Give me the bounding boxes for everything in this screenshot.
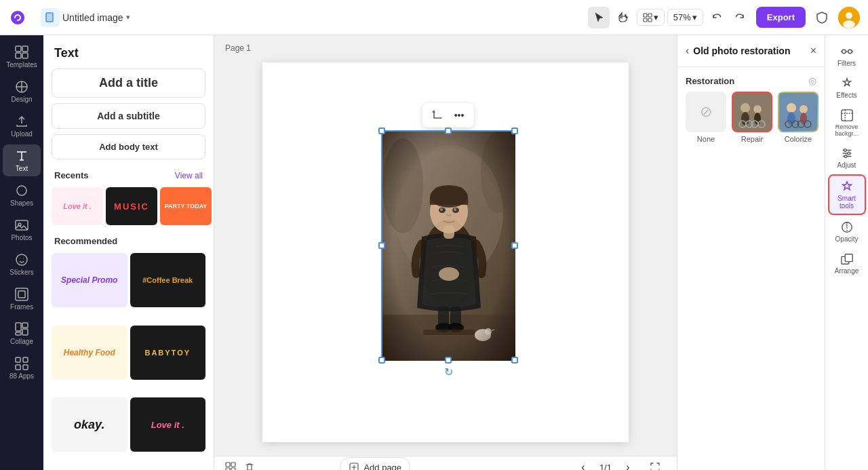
- rec-item-special-promo[interactable]: Special Promo: [52, 253, 127, 307]
- add-title-button[interactable]: Add a title: [52, 68, 205, 98]
- rotate-handle[interactable]: ↻: [441, 365, 455, 378]
- svg-point-81: [847, 152, 850, 155]
- zoom-chevron: ▾: [692, 12, 697, 22]
- next-page-btn[interactable]: ›: [617, 456, 639, 470]
- add-subtitle-button[interactable]: Add a subtitle: [52, 103, 205, 129]
- doc-chevron[interactable]: ▾: [126, 13, 130, 22]
- right-sidebar-filters[interactable]: Filters: [828, 41, 866, 71]
- text-panel: Text Add a title Add a subtitle Add body…: [43, 35, 214, 470]
- recommended-grid: Special Promo #Coffee Break Healthy Food…: [43, 250, 214, 470]
- sidebar-item-photos[interactable]: Photos: [3, 214, 41, 246]
- restoration-label: Restoration: [686, 76, 734, 86]
- sidebar-item-collage[interactable]: Collage: [3, 317, 41, 349]
- main-layout: Templates Design Upload Text Shapes Phot…: [0, 35, 868, 470]
- recommended-title: Recommended: [54, 236, 117, 246]
- svg-point-82: [844, 155, 847, 158]
- handle-mid-right[interactable]: [511, 242, 518, 249]
- handle-top-mid[interactable]: [445, 128, 452, 134]
- handle-mid-left[interactable]: [378, 242, 385, 249]
- svg-rect-9: [16, 46, 21, 52]
- prev-page-btn[interactable]: ‹: [572, 456, 594, 470]
- recent-item-party[interactable]: PARTY TODAY: [160, 187, 212, 225]
- view-all-link[interactable]: View all: [175, 171, 203, 180]
- right-sidebar-opacity[interactable]: Opacity: [828, 216, 866, 247]
- restore-option-none[interactable]: ⊘ None: [686, 92, 726, 143]
- back-button[interactable]: ‹: [686, 45, 689, 57]
- svg-rect-21: [22, 323, 28, 328]
- repair-thumb: [732, 92, 772, 132]
- doc-icon: [41, 8, 60, 27]
- sidebar-item-shapes[interactable]: Shapes: [3, 179, 41, 211]
- recent-item-music[interactable]: MUSIC: [106, 187, 157, 225]
- none-label: None: [697, 135, 715, 143]
- svg-rect-51: [226, 463, 230, 467]
- remove-bg-label: Remove backgr...: [831, 123, 863, 137]
- filters-label: Filters: [837, 60, 856, 67]
- select-tool-btn[interactable]: [588, 7, 610, 28]
- rec-item-coffee-break[interactable]: #Coffee Break: [130, 253, 206, 307]
- right-sidebar-effects[interactable]: Effects: [828, 73, 866, 103]
- grid-view-btn[interactable]: [225, 462, 236, 470]
- rec-item-love-it-2[interactable]: Love it .: [130, 397, 206, 452]
- canvas-page[interactable]: •••: [262, 62, 629, 442]
- recent-love-text: Love it .: [63, 202, 92, 210]
- sidebar-item-templates[interactable]: Templates: [3, 41, 41, 73]
- restore-option-colorize[interactable]: Colorize: [778, 92, 818, 143]
- sidebar-item-design[interactable]: Design: [3, 75, 41, 107]
- delete-btn[interactable]: [244, 462, 255, 470]
- svg-rect-20: [16, 323, 21, 331]
- sidebar-item-frames[interactable]: Frames: [3, 283, 41, 315]
- user-avatar[interactable]: [838, 7, 860, 28]
- right-sidebar: Filters Effects Remove backgr... Adjust …: [825, 35, 868, 470]
- recent-party-text: PARTY TODAY: [165, 203, 208, 210]
- fullscreen-btn[interactable]: [644, 456, 666, 470]
- right-sidebar-arrange[interactable]: Arrange: [828, 248, 866, 279]
- sidebar-item-stickers[interactable]: Stickers: [3, 248, 41, 280]
- zoom-control[interactable]: 57% ▾: [667, 9, 703, 26]
- recent-item-love-it[interactable]: Love it .: [52, 187, 103, 225]
- right-sidebar-adjust[interactable]: Adjust: [828, 142, 866, 173]
- layout-selector[interactable]: ▾: [637, 9, 665, 26]
- handle-bottom-left[interactable]: [378, 357, 385, 364]
- handle-bottom-right[interactable]: [511, 357, 518, 364]
- handle-top-right[interactable]: [511, 128, 518, 134]
- layout-label: ▾: [654, 12, 658, 22]
- right-sidebar-smart-tools[interactable]: Smart tools: [828, 174, 866, 215]
- close-restoration-btn[interactable]: ×: [810, 45, 816, 57]
- hand-tool-btn[interactable]: [612, 7, 634, 28]
- sidebar-icons: Templates Design Upload Text Shapes Phot…: [0, 35, 43, 470]
- doc-info[interactable]: Untitled image ▾: [41, 8, 130, 27]
- right-sidebar-remove-bg[interactable]: Remove backgr...: [828, 104, 866, 141]
- sidebar-templates-label: Templates: [6, 61, 37, 68]
- sidebar-upload-label: Upload: [11, 130, 33, 138]
- repair-label: Repair: [741, 135, 763, 143]
- restoration-label-row: Restoration ◎: [686, 75, 816, 86]
- rec-item-babytoy[interactable]: BABYTOY: [130, 326, 206, 380]
- rec-item-okay[interactable]: okay.: [52, 397, 127, 452]
- shield-button[interactable]: [811, 7, 833, 28]
- sidebar-item-apps[interactable]: 88 Apps: [3, 352, 41, 384]
- svg-point-75: [848, 50, 851, 53]
- crop-btn[interactable]: [428, 106, 447, 125]
- restore-option-repair[interactable]: Repair: [732, 92, 772, 143]
- svg-point-67: [787, 112, 795, 125]
- svg-rect-2: [644, 14, 647, 17]
- image-selection[interactable]: •••: [381, 130, 515, 361]
- rec-loveit2-text: Love it .: [151, 420, 184, 430]
- canva-logo[interactable]: [8, 8, 27, 27]
- more-options-btn[interactable]: •••: [450, 106, 469, 125]
- svg-point-8: [843, 20, 855, 28]
- undo-btn[interactable]: [706, 7, 728, 28]
- sidebar-item-text[interactable]: Text: [3, 144, 41, 176]
- handle-top-left[interactable]: [378, 128, 385, 134]
- add-page-button[interactable]: Add page: [340, 457, 410, 470]
- panel-title: Text: [43, 35, 214, 66]
- redo-btn[interactable]: [729, 7, 751, 28]
- info-icon[interactable]: ◎: [808, 75, 816, 86]
- export-button[interactable]: Export: [756, 7, 806, 28]
- old-photo-image[interactable]: [382, 132, 515, 361]
- rec-item-healthy-food[interactable]: Healthy Food: [52, 326, 127, 380]
- add-body-button[interactable]: Add body text: [52, 134, 205, 159]
- sidebar-item-upload[interactable]: Upload: [3, 110, 41, 142]
- handle-bottom-mid[interactable]: [445, 357, 452, 364]
